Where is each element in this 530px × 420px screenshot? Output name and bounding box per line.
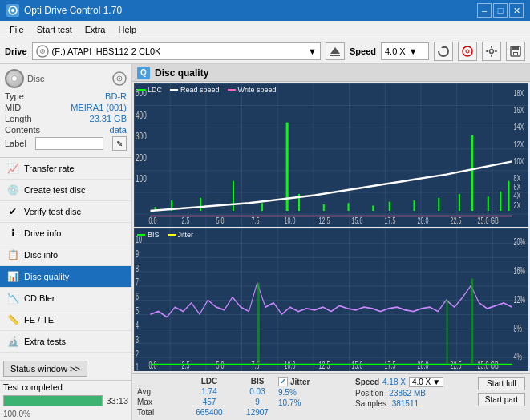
- start-full-button[interactable]: Start full: [478, 377, 525, 390]
- eject-button[interactable]: [326, 42, 345, 60]
- speed-value: 4.0 X: [385, 46, 406, 56]
- svg-text:25.0 GB: 25.0 GB: [477, 215, 498, 225]
- svg-text:18X: 18X: [514, 87, 524, 98]
- total-bis-value: 12907: [241, 408, 273, 417]
- app-title: Opti Drive Control 1.70: [24, 5, 122, 16]
- avg-jitter-value: 9.5%: [278, 388, 297, 397]
- sidebar-item-drive-info[interactable]: ℹ Drive info: [0, 223, 131, 244]
- disc-panel: Disc Type BD-R MID MEIRA1 (001) Length 2…: [0, 64, 131, 158]
- svg-text:5: 5: [136, 305, 139, 316]
- menu-start-test[interactable]: Start test: [30, 23, 79, 36]
- status-window-button[interactable]: Status window >>: [3, 361, 87, 377]
- settings-button[interactable]: [482, 42, 501, 61]
- drive-select-container[interactable]: (F:) ATAPI iHBS112 2 CL0K ▼: [32, 42, 321, 60]
- stats-speed-position: Speed 4.18 X 4.0 X ▼ Position 23862 MB S…: [355, 377, 459, 408]
- sidebar-label-drive-info: Drive info: [24, 228, 61, 238]
- legend-write-speed-label: Write speed: [238, 86, 277, 94]
- svg-point-10: [490, 49, 494, 53]
- content-area: Q Disc quality LDC Read speed Write spee…: [132, 64, 530, 420]
- svg-rect-59: [323, 204, 325, 211]
- menu-extra[interactable]: Extra: [79, 23, 112, 36]
- svg-rect-67: [488, 196, 489, 211]
- sidebar-label-verify-test-disc: Verify test disc: [24, 207, 81, 216]
- svg-text:3: 3: [136, 333, 139, 344]
- sidebar: Disc Type BD-R MID MEIRA1 (001) Length 2…: [0, 64, 132, 420]
- drive-value: (F:) ATAPI iHBS112 2 CL0K: [52, 46, 161, 56]
- legend-jitter: Jitter: [168, 231, 194, 239]
- sidebar-item-fe-te[interactable]: 📏 FE / TE: [0, 309, 131, 331]
- svg-text:300: 300: [136, 130, 147, 141]
- type-label: Type: [5, 91, 24, 101]
- svg-text:10X: 10X: [514, 155, 524, 166]
- jitter-checkbox[interactable]: ✓: [278, 377, 288, 386]
- legend-read-speed: Read speed: [170, 86, 220, 94]
- sidebar-label-fe-te: FE / TE: [24, 315, 54, 325]
- chart2-svg: 10 9 8 7 6 5 4 3 2 1 20% 16% 12% 8% 4% 0…: [134, 228, 528, 372]
- svg-text:22.5: 22.5: [451, 215, 462, 225]
- svg-rect-12: [491, 55, 492, 57]
- chart1-legend: LDC Read speed Write speed: [137, 86, 276, 94]
- svg-text:17.5: 17.5: [385, 359, 396, 370]
- fe-te-icon: 📏: [6, 313, 19, 326]
- svg-text:10.0: 10.0: [285, 215, 296, 225]
- sidebar-item-disc-info[interactable]: 📋 Disc info: [0, 244, 131, 266]
- avg-row-label: Avg: [137, 387, 177, 396]
- progress-bar-fill: [4, 396, 102, 406]
- refresh-button[interactable]: [434, 42, 453, 61]
- speed-select[interactable]: 4.0 X ▼: [381, 42, 429, 60]
- svg-text:16%: 16%: [514, 265, 525, 276]
- disc-button[interactable]: [458, 42, 477, 61]
- speed-val-display: 4.18 X: [382, 378, 406, 386]
- status-text: Test completed: [3, 382, 63, 392]
- sidebar-label-create-test-disc: Create test disc: [24, 185, 85, 195]
- sidebar-label-extra-tests: Extra tests: [24, 337, 66, 346]
- svg-text:12X: 12X: [514, 139, 524, 149]
- close-button[interactable]: ✕: [509, 3, 524, 18]
- sidebar-item-disc-quality[interactable]: 📊 Disc quality: [0, 266, 131, 288]
- sidebar-item-create-test-disc[interactable]: 💿 Create test disc: [0, 180, 131, 201]
- minimize-button[interactable]: –: [477, 3, 492, 18]
- eject-icon: [330, 46, 341, 57]
- status-bottom: Test completed 33:13 100.0%: [0, 380, 131, 420]
- svg-text:15.0: 15.0: [352, 215, 363, 225]
- menu-help[interactable]: Help: [111, 23, 143, 36]
- disc-quality-title: Disc quality: [155, 67, 208, 79]
- svg-text:1: 1: [136, 361, 139, 371]
- chart1-svg: 500 400 300 200 100 18X 16X 14X 12X 10X …: [134, 83, 528, 227]
- svg-text:22.5: 22.5: [451, 359, 462, 370]
- length-value: 23.31 GB: [90, 114, 127, 123]
- maximize-button[interactable]: □: [493, 3, 508, 18]
- max-row-label: Max: [137, 398, 177, 406]
- type-value: BD-R: [105, 91, 127, 101]
- jitter-color: [168, 234, 176, 236]
- gear-icon: [486, 46, 497, 57]
- transfer-rate-icon: 📈: [6, 162, 19, 175]
- svg-text:4%: 4%: [514, 351, 522, 361]
- nav-items: 📈 Transfer rate 💿 Create test disc ✔ Ver…: [0, 158, 131, 357]
- sidebar-item-cd-bler[interactable]: 📉 CD Bler: [0, 288, 131, 309]
- samples-value: 381511: [392, 399, 419, 408]
- menu-bar: File Start test Extra Help: [0, 21, 530, 38]
- svg-text:2.5: 2.5: [181, 359, 189, 370]
- window-controls: – □ ✕: [477, 3, 524, 18]
- save-button[interactable]: [506, 42, 525, 61]
- disc-small-icon: [36, 45, 49, 58]
- svg-point-21: [119, 78, 120, 79]
- legend-bis-label: BIS: [148, 231, 160, 239]
- label-edit-button[interactable]: ✎: [112, 136, 127, 151]
- sidebar-item-verify-test-disc[interactable]: ✔ Verify test disc: [0, 201, 131, 223]
- disc-quality-header: Q Disc quality: [132, 64, 530, 82]
- start-part-button[interactable]: Start part: [478, 393, 525, 406]
- sidebar-item-transfer-rate[interactable]: 📈 Transfer rate: [0, 158, 131, 180]
- menu-file[interactable]: File: [3, 23, 30, 36]
- label-input[interactable]: [35, 137, 103, 150]
- sidebar-item-extra-tests[interactable]: 🔬 Extra tests: [0, 331, 131, 353]
- start-buttons: Start full Start part: [478, 377, 525, 406]
- svg-rect-11: [491, 46, 492, 48]
- speed-dropdown-control[interactable]: 4.0 X ▼: [409, 377, 443, 387]
- svg-rect-13: [486, 50, 488, 52]
- svg-rect-16: [512, 46, 519, 50]
- svg-rect-55: [233, 181, 234, 211]
- svg-rect-69: [508, 181, 509, 211]
- svg-text:0.0: 0.0: [148, 215, 156, 225]
